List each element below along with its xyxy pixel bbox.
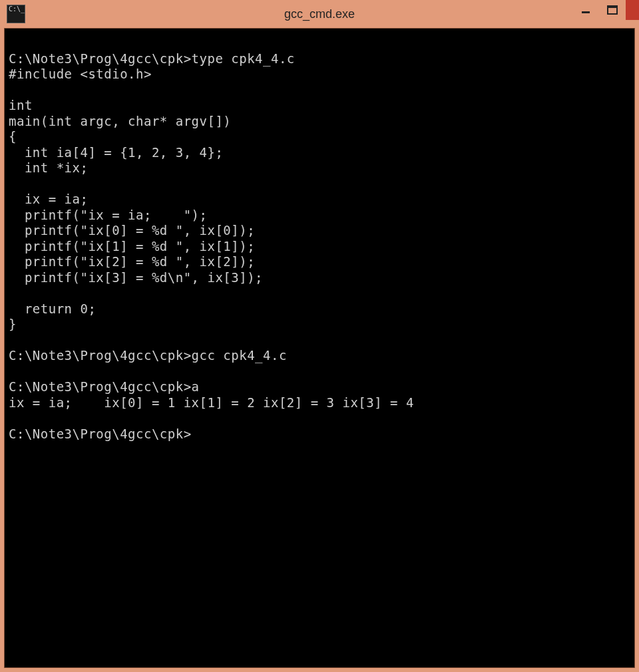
maximize-icon [607,5,618,15]
terminal-icon: C:\_ [9,7,25,12]
app-window: C:\_ gcc_cmd.exe C:\Note3\Prog\4gcc\cpk>… [0,0,639,672]
titlebar[interactable]: C:\_ gcc_cmd.exe [0,0,639,28]
svg-rect-2 [608,6,617,8]
minimize-button[interactable] [572,0,599,20]
app-icon: C:\_ [7,5,25,23]
terminal-frame: C:\Note3\Prog\4gcc\cpk>type cpk4_4.c #in… [0,28,639,672]
terminal-output: C:\Note3\Prog\4gcc\cpk>type cpk4_4.c #in… [9,35,630,442]
terminal-viewport[interactable]: C:\Note3\Prog\4gcc\cpk>type cpk4_4.c #in… [4,28,635,668]
window-title: gcc_cmd.exe [284,7,355,21]
window-controls [572,0,639,20]
svg-rect-0 [582,11,590,13]
maximize-button[interactable] [599,0,626,20]
minimize-icon [581,5,590,15]
close-button[interactable] [626,0,639,20]
